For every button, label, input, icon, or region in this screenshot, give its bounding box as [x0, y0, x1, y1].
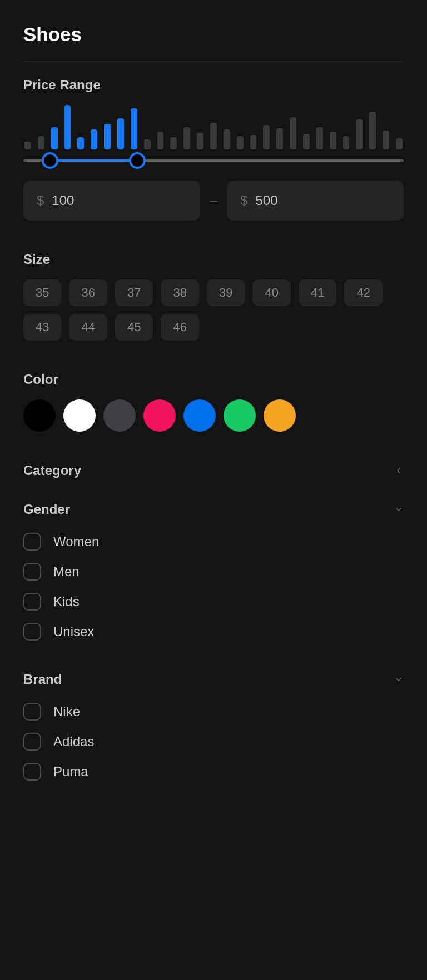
price-min-value: 100 [52, 193, 74, 208]
price-max-value: 500 [255, 193, 277, 208]
checkbox[interactable] [23, 703, 41, 721]
histogram-bar [396, 138, 403, 149]
histogram-bar [51, 127, 58, 149]
histogram-bar [91, 129, 97, 149]
currency-icon: $ [240, 193, 247, 208]
price-range-label: Price Range [23, 77, 404, 93]
chevron-down-icon [394, 504, 404, 514]
size-option-37[interactable]: 37 [115, 279, 153, 306]
gender-option-men[interactable]: Men [23, 563, 404, 581]
category-header[interactable]: Category [23, 463, 404, 478]
price-slider-range [50, 159, 137, 162]
histogram-bar [330, 132, 336, 149]
color-swatch-black[interactable] [23, 399, 56, 432]
gender-header[interactable]: Gender [23, 502, 404, 517]
brand-label: Brand [23, 672, 62, 687]
gender-section: Gender WomenMenKidsUnisex [23, 502, 404, 641]
brand-section: Brand NikeAdidasPuma [23, 672, 404, 781]
histogram-bar [144, 139, 151, 149]
histogram-bar [290, 117, 296, 149]
histogram-bar [276, 128, 283, 149]
price-slider[interactable] [23, 159, 404, 162]
size-option-43[interactable]: 43 [23, 314, 61, 341]
size-option-39[interactable]: 39 [207, 279, 245, 306]
histogram-bar [383, 131, 389, 149]
page-title: Shoes [23, 23, 404, 62]
brand-option-label: Puma [53, 764, 88, 779]
gender-label: Gender [23, 502, 70, 517]
histogram-bar [210, 123, 217, 149]
price-separator: – [210, 193, 217, 208]
histogram-bar [104, 124, 111, 149]
category-section: Category [23, 463, 404, 478]
price-min-input[interactable]: $ 100 [23, 181, 200, 221]
size-option-42[interactable]: 42 [344, 279, 382, 306]
histogram-bar [316, 127, 323, 149]
gender-option-kids[interactable]: Kids [23, 593, 404, 611]
price-histogram [23, 105, 404, 149]
chevron-down-icon [394, 674, 404, 684]
histogram-bar [131, 108, 137, 149]
price-slider-handle-max[interactable] [129, 152, 146, 169]
histogram-bar [356, 119, 363, 149]
color-swatch-pink[interactable] [143, 399, 176, 432]
histogram-bar [303, 134, 310, 149]
checkbox[interactable] [23, 563, 41, 581]
color-swatch-blue[interactable] [183, 399, 216, 432]
brand-option-puma[interactable]: Puma [23, 763, 404, 781]
category-label: Category [23, 463, 81, 478]
histogram-bar [369, 112, 376, 149]
brand-option-label: Nike [53, 704, 80, 719]
size-option-45[interactable]: 45 [115, 314, 153, 341]
histogram-bar [77, 137, 84, 149]
brand-option-label: Adidas [53, 734, 94, 749]
color-section: Color [23, 372, 404, 432]
histogram-bar [117, 118, 124, 149]
histogram-bar [263, 125, 270, 149]
checkbox[interactable] [23, 733, 41, 751]
size-option-41[interactable]: 41 [299, 279, 336, 306]
checkbox[interactable] [23, 763, 41, 781]
brand-option-nike[interactable]: Nike [23, 703, 404, 721]
gender-option-label: Women [53, 534, 99, 549]
gender-option-label: Unisex [53, 624, 94, 639]
size-label: Size [23, 252, 404, 267]
size-section: Size 353637383940414243444546 [23, 252, 404, 341]
gender-option-women[interactable]: Women [23, 533, 404, 551]
gender-option-label: Men [53, 564, 80, 579]
color-label: Color [23, 372, 404, 387]
color-swatch-white[interactable] [63, 399, 96, 432]
checkbox[interactable] [23, 593, 41, 611]
price-range-section: Price Range $ 100 – $ 500 [23, 77, 404, 221]
gender-option-label: Kids [53, 594, 80, 609]
size-option-40[interactable]: 40 [252, 279, 290, 306]
histogram-bar [157, 132, 164, 149]
histogram-bar [224, 129, 230, 149]
histogram-bar [343, 136, 350, 149]
currency-icon: $ [37, 193, 44, 208]
histogram-bar [64, 105, 71, 149]
histogram-bar [38, 136, 44, 149]
size-option-36[interactable]: 36 [69, 279, 107, 306]
color-swatch-green[interactable] [224, 399, 256, 432]
price-max-input[interactable]: $ 500 [227, 181, 404, 221]
checkbox[interactable] [23, 533, 41, 551]
histogram-bar [197, 133, 203, 149]
histogram-bar [237, 136, 244, 149]
histogram-bar [170, 137, 177, 149]
size-option-46[interactable]: 46 [161, 314, 198, 341]
histogram-bar [183, 127, 190, 149]
color-swatch-orange[interactable] [264, 399, 296, 432]
checkbox[interactable] [23, 623, 41, 641]
brand-header[interactable]: Brand [23, 672, 404, 687]
brand-option-adidas[interactable]: Adidas [23, 733, 404, 751]
gender-option-unisex[interactable]: Unisex [23, 623, 404, 641]
price-slider-handle-min[interactable] [42, 152, 58, 169]
size-option-38[interactable]: 38 [161, 279, 198, 306]
histogram-bar [24, 142, 31, 149]
chevron-left-icon [394, 466, 404, 476]
color-swatch-gray[interactable] [103, 399, 136, 432]
histogram-bar [250, 135, 257, 149]
size-option-44[interactable]: 44 [69, 314, 107, 341]
size-option-35[interactable]: 35 [23, 279, 61, 306]
